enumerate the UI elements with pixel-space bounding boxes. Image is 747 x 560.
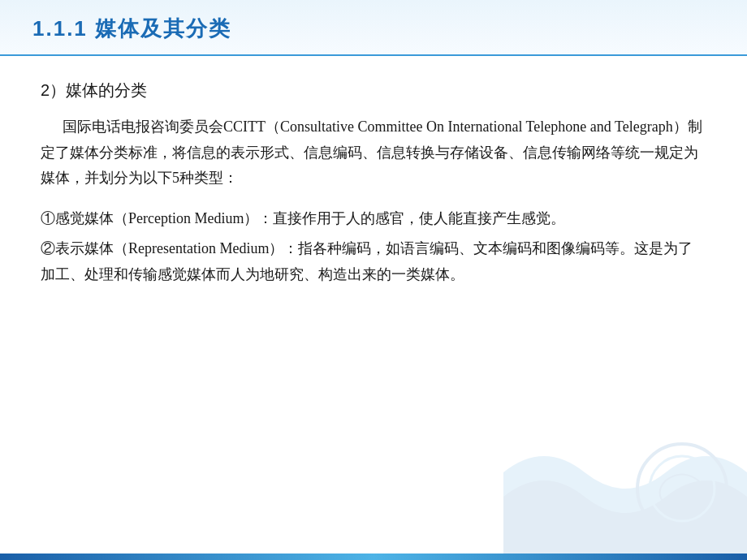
paragraph-text: 国际电话电报咨询委员会CCITT（Consultative Committee … xyxy=(41,118,702,186)
item2-text: ②表示媒体（Representation Medium）：指各种编码，如语言编码… xyxy=(41,240,693,282)
item1-text: ①感觉媒体（Perception Medium）：直接作用于人的感官，使人能直接… xyxy=(41,210,565,226)
list-item: ①感觉媒体（Perception Medium）：直接作用于人的感官，使人能直接… xyxy=(41,206,706,232)
content-area: 2）媒体的分类 国际电话电报咨询委员会CCITT（Consultative Co… xyxy=(0,63,747,554)
slide-container: 1.1.1 媒体及其分类 2）媒体的分类 国际电话电报咨询委员会CCITT（Co… xyxy=(0,0,747,560)
slide-title: 1.1.1 媒体及其分类 xyxy=(32,16,231,41)
paragraph-indent xyxy=(41,118,63,135)
list-item: ②表示媒体（Representation Medium）：指各种编码，如语言编码… xyxy=(41,236,706,287)
main-paragraph: 国际电话电报咨询委员会CCITT（Consultative Committee … xyxy=(41,114,706,192)
bottom-decorative-bar xyxy=(0,554,747,560)
title-section: 1.1.1 媒体及其分类 xyxy=(0,0,747,56)
section-subtitle: 2）媒体的分类 xyxy=(41,80,706,101)
